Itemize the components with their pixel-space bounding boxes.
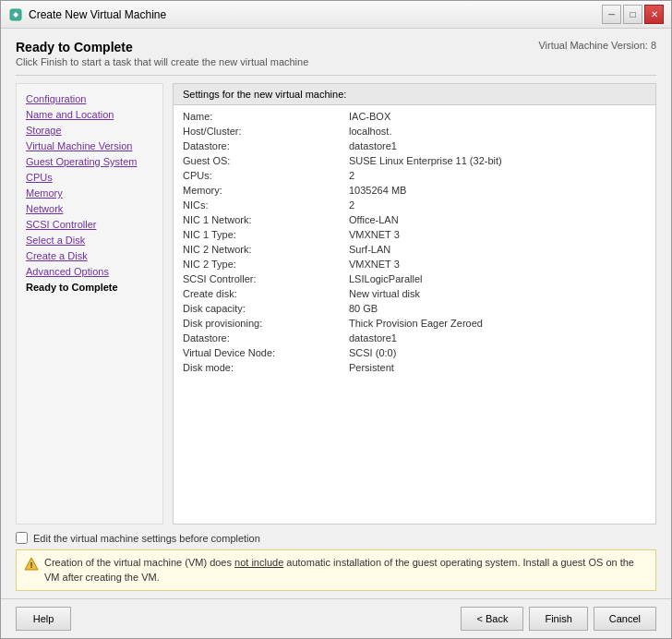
table-row: SCSI Controller:LSILogicParallel (174, 271, 655, 286)
content-area: Ready to Complete Click Finish to start … (1, 29, 671, 598)
setting-label: NICs: (183, 199, 349, 211)
settings-panel: Settings for the new virtual machine: Na… (173, 83, 656, 524)
setting-label: NIC 1 Type: (183, 229, 349, 240)
warning-box: ! Creation of the virtual machine (VM) d… (16, 549, 656, 591)
sidebar-item-storage[interactable]: Storage (22, 123, 157, 138)
table-row: Create disk:New virtual disk (174, 286, 655, 301)
main-window: Create New Virtual Machine ─ □ ✕ Ready t… (0, 0, 672, 639)
setting-label: Datastore: (183, 332, 349, 344)
warning-icon: ! (24, 557, 39, 572)
sidebar-item-scsi-controller[interactable]: SCSI Controller (22, 217, 157, 232)
sidebar-item-cpus[interactable]: CPUs (22, 170, 157, 185)
setting-label: Guest OS: (183, 155, 349, 166)
sidebar-item-network[interactable]: Network (22, 201, 157, 216)
setting-label: Host/Cluster: (183, 126, 349, 137)
setting-label: Disk provisioning: (183, 318, 349, 329)
footer-right: < Back Finish Cancel (461, 607, 656, 631)
sidebar-item-select-disk[interactable]: Select a Disk (22, 233, 157, 247)
table-row: NIC 2 Network:Surf-LAN (174, 242, 655, 257)
main-panel: Configuration Name and Location Storage … (16, 83, 656, 524)
warning-text: Creation of the virtual machine (VM) doe… (44, 556, 648, 585)
table-row: Memory:1035264 MB (174, 183, 655, 198)
setting-value: datastore1 (349, 140, 646, 151)
setting-label: Memory: (183, 185, 349, 196)
sidebar-item-create-disk[interactable]: Create a Disk (22, 248, 157, 263)
page-subtitle: Click Finish to start a task that will c… (16, 56, 308, 67)
header-info: Ready to Complete Click Finish to start … (16, 40, 308, 67)
setting-label: Create disk: (183, 288, 349, 299)
setting-value: 2 (349, 199, 646, 211)
sidebar-item-vm-version[interactable]: Virtual Machine Version (22, 139, 157, 153)
setting-label: Disk mode: (183, 362, 349, 373)
edit-before-completion-label[interactable]: Edit the virtual machine settings before… (33, 533, 260, 544)
help-button[interactable]: Help (16, 607, 71, 631)
window-title: Create New Virtual Machine (29, 8, 166, 21)
sidebar-item-advanced-options[interactable]: Advanced Options (22, 264, 157, 279)
setting-value: Surf-LAN (349, 244, 646, 255)
checkbox-row: Edit the virtual machine settings before… (16, 532, 656, 544)
table-row: Datastore:datastore1 (174, 331, 655, 345)
table-row: Datastore:datastore1 (174, 139, 655, 153)
warning-underline: not include (234, 557, 283, 568)
table-row: Disk capacity:80 GB (174, 301, 655, 316)
sidebar-item-guest-os[interactable]: Guest Operating System (22, 154, 157, 169)
setting-label: Disk capacity: (183, 303, 349, 314)
title-bar-left: Create New Virtual Machine (8, 7, 166, 22)
table-row: NIC 2 Type:VMXNET 3 (174, 257, 655, 271)
setting-label: Datastore: (183, 140, 349, 151)
setting-value: IAC-BOX (349, 111, 646, 122)
header-divider (16, 75, 656, 76)
title-bar-controls: ─ □ ✕ (602, 5, 664, 24)
footer: Help < Back Finish Cancel (1, 598, 671, 638)
table-row: NIC 1 Network:Office-LAN (174, 212, 655, 227)
minimize-button[interactable]: ─ (602, 5, 621, 24)
setting-value: SUSE Linux Enterprise 11 (32-bit) (349, 155, 646, 166)
setting-value: VMXNET 3 (349, 259, 646, 270)
table-row: CPUs:2 (174, 168, 655, 183)
setting-value: Thick Provision Eager Zeroed (349, 318, 646, 329)
setting-value: New virtual disk (349, 288, 646, 299)
setting-label: Virtual Device Node: (183, 347, 349, 358)
svg-text:!: ! (30, 561, 33, 570)
table-row: NICs:2 (174, 198, 655, 212)
finish-button[interactable]: Finish (529, 607, 587, 631)
settings-table: Name:IAC-BOXHost/Cluster:localhost.Datas… (174, 105, 655, 524)
setting-value: localhost. (349, 126, 646, 137)
sidebar-item-memory[interactable]: Memory (22, 186, 157, 200)
table-row: Guest OS:SUSE Linux Enterprise 11 (32-bi… (174, 153, 655, 168)
setting-value: 2 (349, 170, 646, 181)
table-row: Virtual Device Node:SCSI (0:0) (174, 345, 655, 360)
sidebar-item-ready: Ready to Complete (22, 280, 157, 295)
app-icon (8, 7, 23, 22)
sidebar-item-configuration[interactable]: Configuration (22, 91, 157, 106)
setting-label: NIC 1 Network: (183, 214, 349, 225)
settings-header: Settings for the new virtual machine: (174, 84, 655, 105)
page-title: Ready to Complete (16, 40, 308, 54)
setting-value: 1035264 MB (349, 185, 646, 196)
table-row: Disk mode:Persistent (174, 360, 655, 375)
cancel-button[interactable]: Cancel (594, 607, 656, 631)
close-button[interactable]: ✕ (644, 5, 664, 24)
sidebar-item-name-location[interactable]: Name and Location (22, 107, 157, 122)
setting-label: Name: (183, 111, 349, 122)
setting-value: datastore1 (349, 332, 646, 344)
table-row: Disk provisioning:Thick Provision Eager … (174, 316, 655, 331)
setting-label: SCSI Controller: (183, 273, 349, 284)
back-button[interactable]: < Back (461, 607, 523, 631)
setting-value: 80 GB (349, 303, 646, 314)
bottom-section: Edit the virtual machine settings before… (16, 532, 656, 591)
table-row: Name:IAC-BOX (174, 109, 655, 124)
maximize-button[interactable]: □ (623, 5, 642, 24)
setting-value: LSILogicParallel (349, 273, 646, 284)
header-row: Ready to Complete Click Finish to start … (16, 40, 656, 67)
title-bar: Create New Virtual Machine ─ □ ✕ (1, 1, 671, 29)
edit-before-completion-checkbox[interactable] (16, 532, 28, 544)
sidebar: Configuration Name and Location Storage … (16, 83, 163, 524)
setting-value: VMXNET 3 (349, 229, 646, 240)
setting-label: CPUs: (183, 170, 349, 181)
setting-value: Persistent (349, 362, 646, 373)
setting-label: NIC 2 Type: (183, 259, 349, 270)
footer-left: Help (16, 607, 71, 631)
table-row: NIC 1 Type:VMXNET 3 (174, 227, 655, 242)
setting-value: SCSI (0:0) (349, 347, 646, 358)
